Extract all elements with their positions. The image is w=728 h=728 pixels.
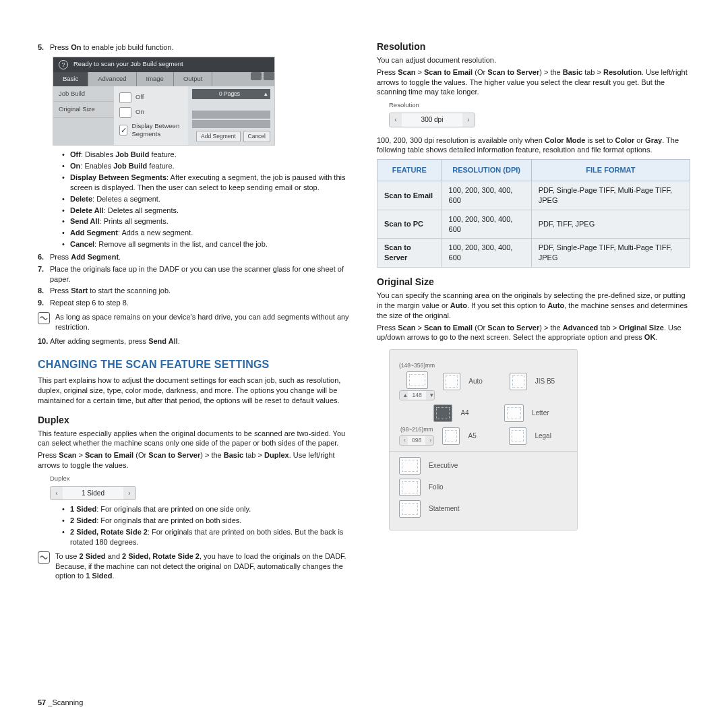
pages-count: 0 Pages bbox=[219, 90, 240, 98]
size-swatch bbox=[399, 500, 421, 518]
size-swatch bbox=[443, 373, 460, 390]
size-swatch bbox=[406, 371, 428, 389]
size-executive: Executive bbox=[429, 461, 458, 471]
note-hard-drive: As long as space remains on your device'… bbox=[38, 312, 351, 332]
size-a4: A4 bbox=[460, 408, 496, 418]
window-icon bbox=[264, 72, 274, 80]
duplex-heading: Duplex bbox=[38, 414, 351, 427]
size-letter: Letter bbox=[532, 408, 568, 418]
original-size-path: Press Scan > Scan to Email (Or Scan to S… bbox=[377, 323, 690, 343]
job-build-options: Off: Disables Job Build feature. On: Ena… bbox=[38, 150, 351, 249]
duplex-spinner: ‹ 1 Sided › bbox=[50, 486, 136, 501]
side-job-build: Job Build bbox=[53, 86, 114, 102]
original-size-screenshot: (148~356)mm ▴148▾ Auto JIS B5 A4 Letter … bbox=[389, 349, 578, 530]
size-folio: Folio bbox=[429, 483, 444, 492]
size-swatch bbox=[433, 404, 453, 422]
page-footer: 57 _Scanning bbox=[38, 698, 83, 708]
note-icon bbox=[38, 312, 50, 324]
resolution-spinner: ‹ 300 dpi › bbox=[389, 113, 475, 127]
chevron-right-icon: › bbox=[462, 113, 475, 127]
resolution-table: FEATURE RESOLUTION (DPI) FILE FORMAT Sca… bbox=[377, 159, 690, 268]
window-icon bbox=[251, 72, 262, 80]
mock-add-segment: Add Segment bbox=[196, 131, 241, 142]
duplex-path: Press Scan > Scan to Email (Or Scan to S… bbox=[38, 450, 351, 471]
help-icon: ? bbox=[59, 60, 68, 69]
chevron-left-icon: ‹ bbox=[390, 113, 402, 127]
duplex-desc: This feature especially applies when the… bbox=[38, 429, 351, 449]
opt-display-between: Display Between Segments bbox=[131, 122, 183, 140]
step-5: 5. Press On to enable job build function… bbox=[38, 42, 351, 53]
resolution-heading: Resolution bbox=[377, 40, 690, 53]
mock-title: Ready to scan your Job Build segment bbox=[73, 60, 183, 69]
dim-value: 148 bbox=[408, 391, 425, 400]
size-swatch bbox=[504, 404, 524, 422]
table-header-resolution: RESOLUTION (DPI) bbox=[442, 160, 531, 181]
side-original-size: Original Size bbox=[53, 102, 114, 118]
checkbox-icon bbox=[119, 92, 131, 103]
size-jisb5: JIS B5 bbox=[535, 377, 568, 386]
step-num: 5. bbox=[38, 42, 50, 53]
duplex-spinner-value: 1 Sided bbox=[63, 487, 123, 500]
size-swatch bbox=[510, 373, 527, 390]
step-8: 8.Press Start to start the scanning job. bbox=[38, 286, 351, 296]
duplex-spinner-label: Duplex bbox=[50, 475, 351, 483]
chevron-left-icon: ‹ bbox=[51, 487, 63, 500]
size-auto: Auto bbox=[468, 377, 501, 386]
job-build-screenshot: ? Ready to scan your Job Build segment B… bbox=[53, 57, 275, 146]
resolution-note: 100, 200, 300 dpi resolution is availabl… bbox=[377, 135, 690, 156]
table-row: Scan to Server100, 200, 300, 400, 600PDF… bbox=[377, 239, 690, 268]
step-10: 10.After adding segments, press Send All… bbox=[38, 336, 351, 346]
tab-output: Output bbox=[174, 72, 213, 86]
size-a5: A5 bbox=[468, 431, 501, 441]
size-swatch bbox=[442, 427, 460, 445]
size-swatch bbox=[509, 427, 526, 445]
changing-desc: This part explains how to adjust the doc… bbox=[38, 375, 351, 406]
note-duplex: To use 2 Sided and 2 Sided, Rotate Side … bbox=[38, 551, 351, 582]
changing-heading: CHANGING THE SCAN FEATURE SETTINGS bbox=[38, 357, 351, 372]
dim-value: 098 bbox=[408, 436, 425, 445]
step-7: 7.Place the originals face up in the DAD… bbox=[38, 264, 351, 284]
resolution-spinner-label: Resolution bbox=[389, 101, 690, 110]
checkbox-checked-icon bbox=[119, 125, 127, 135]
step-6: 6.Press Add Segment. bbox=[38, 252, 351, 262]
step-9: 9.Repeat step 6 to step 8. bbox=[38, 298, 351, 308]
original-size-heading: Original Size bbox=[377, 276, 690, 289]
table-row: Scan to Email100, 200, 300, 400, 600PDF,… bbox=[377, 181, 690, 210]
tab-basic: Basic bbox=[53, 72, 88, 86]
size-swatch bbox=[399, 457, 421, 475]
opt-off: Off bbox=[135, 93, 144, 102]
mock-cancel: Cancel bbox=[243, 131, 270, 142]
table-header-format: FILE FORMAT bbox=[531, 160, 690, 181]
step-text: Press On to enable job build function. bbox=[50, 42, 173, 53]
size-statement: Statement bbox=[429, 504, 460, 514]
note-icon bbox=[38, 551, 50, 564]
resolution-desc: You can adjust document resolution. bbox=[377, 55, 690, 65]
original-size-desc: You can specify the scanning area on the… bbox=[377, 291, 690, 321]
dim-label: (98~216)mm bbox=[400, 426, 433, 433]
tab-image: Image bbox=[137, 72, 174, 86]
dim-label: (148~356)mm bbox=[399, 362, 435, 369]
table-row: Scan to PC100, 200, 300, 400, 600PDF, TI… bbox=[377, 210, 690, 239]
table-header-feature: FEATURE bbox=[377, 160, 442, 181]
size-swatch bbox=[399, 479, 421, 496]
checkbox-icon bbox=[119, 107, 131, 118]
resolution-path: Press Scan > Scan to Email (Or Scan to S… bbox=[377, 67, 690, 98]
size-legal: Legal bbox=[535, 431, 568, 441]
duplex-options: 1 Sided: For originals that are printed … bbox=[38, 504, 351, 547]
resolution-spinner-value: 300 dpi bbox=[402, 113, 462, 127]
opt-on: On bbox=[135, 108, 144, 117]
tab-advanced: Advanced bbox=[88, 72, 136, 86]
chevron-right-icon: › bbox=[123, 487, 135, 500]
